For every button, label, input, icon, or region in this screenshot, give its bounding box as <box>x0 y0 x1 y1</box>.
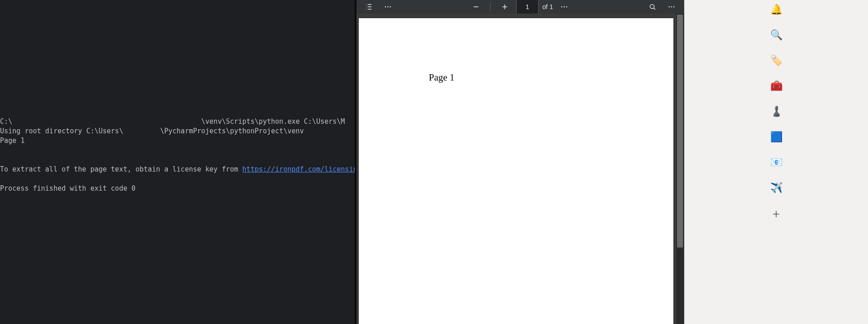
toolbox-icon[interactable]: 🧰 <box>768 78 784 94</box>
search-icon[interactable] <box>645 0 660 13</box>
terminal-line-2a: Using root directory C:\Users\ <box>0 127 123 135</box>
svg-point-15 <box>650 5 654 9</box>
terminal-line-8: Process finished with exit code 0 <box>0 184 135 192</box>
terminal-output[interactable]: C:\ \venv\Scripts\python.exe C:\Users\M … <box>0 107 350 203</box>
svg-point-12 <box>562 6 563 8</box>
chess-icon[interactable]: ♟️ <box>768 104 784 119</box>
toolbar-separator <box>490 2 491 11</box>
svg-point-8 <box>390 6 391 8</box>
pdf-page-text: Page 1 <box>429 72 455 83</box>
pdf-page: Page 1 <box>359 18 673 324</box>
pdf-toolbar: of 1 <box>356 0 684 14</box>
thumbnails-icon[interactable] <box>361 0 376 13</box>
notifications-icon[interactable]: 🔔 <box>768 2 784 17</box>
zoom-out-button[interactable] <box>468 0 484 13</box>
more-left-icon[interactable] <box>380 0 396 13</box>
send-icon[interactable]: ✈️ <box>768 180 784 196</box>
terminal-line-3: Page 1 <box>0 137 25 145</box>
windows-sidebar: 🔔 🔍 🏷️ 🧰 ♟️ 🟦 📧 ✈️ ＋ <box>684 0 868 324</box>
tags-icon[interactable]: 🏷️ <box>768 53 784 68</box>
outlook-icon[interactable]: 📧 <box>768 155 784 170</box>
search-sidebar-icon[interactable]: 🔍 <box>768 27 784 43</box>
pdf-surface[interactable]: Page 1 <box>356 14 676 324</box>
svg-point-14 <box>566 6 567 8</box>
svg-point-13 <box>564 6 565 8</box>
svg-point-7 <box>387 6 389 8</box>
ide-run-output-pane: C:\ \venv\Scripts\python.exe C:\Users\M … <box>0 0 355 324</box>
more-center-icon[interactable] <box>557 0 572 13</box>
terminal-line-1a: C:\ <box>0 117 12 126</box>
terminal-line-2b: \PycharmProjects\pythonProject\venv <box>160 127 304 135</box>
more-right-icon[interactable] <box>664 0 679 13</box>
scrollbar-thumb[interactable] <box>677 15 683 248</box>
terminal-line-1b: \venv\Scripts\python.exe C:\Users\M <box>201 117 345 126</box>
svg-point-19 <box>673 6 675 8</box>
office-icon[interactable]: 🟦 <box>768 129 784 145</box>
pdf-viewer-pane: of 1 Page 1 <box>355 0 684 324</box>
terminal-line-6-pre: To extract all of the page text, obtain … <box>0 165 242 173</box>
svg-line-16 <box>654 8 655 10</box>
page-number-input[interactable] <box>516 0 539 14</box>
add-app-icon[interactable]: ＋ <box>768 206 784 221</box>
svg-point-6 <box>385 6 386 8</box>
zoom-in-button[interactable] <box>497 0 512 13</box>
pdf-vertical-scrollbar[interactable] <box>676 14 684 324</box>
page-total-label: of 1 <box>542 3 553 10</box>
svg-point-17 <box>668 6 670 8</box>
license-link[interactable]: https://ironpdf.com/licensing/ <box>242 165 366 173</box>
svg-point-18 <box>671 6 672 8</box>
